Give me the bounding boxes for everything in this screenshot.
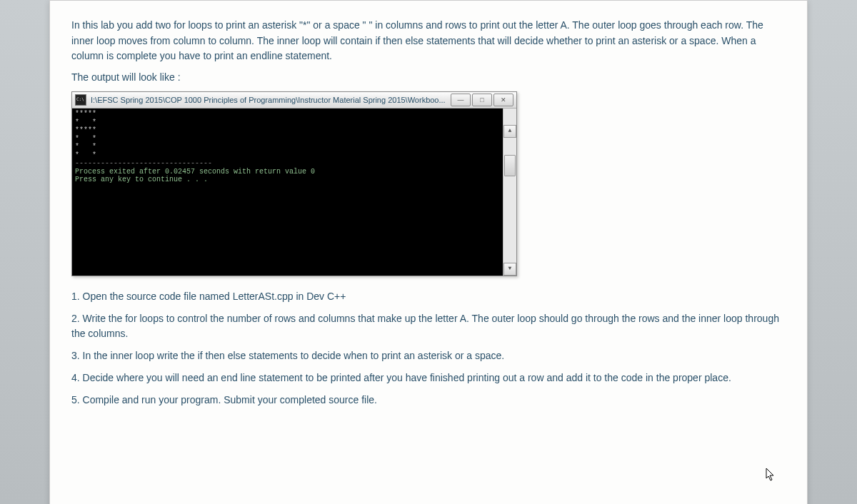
close-button[interactable]: ✕ <box>493 94 513 106</box>
output-exit-line: Process exited after 0.02457 seconds wit… <box>75 168 315 176</box>
intro-paragraph: In this lab you add two for loops to pri… <box>71 18 786 64</box>
document-sheet: In this lab you add two for loops to pri… <box>49 0 808 504</box>
cursor-icon <box>766 468 777 485</box>
output-divider: -------------------------------- <box>75 159 212 167</box>
window-titlebar[interactable]: I:\EFSC Spring 2015\COP 1000 Principles … <box>72 92 516 109</box>
window-title: I:\EFSC Spring 2015\COP 1000 Principles … <box>91 96 451 104</box>
step-3: 3. In the inner loop write the if then e… <box>71 348 786 363</box>
scroll-down-icon[interactable]: ▼ <box>503 263 516 276</box>
maximize-button[interactable]: □ <box>472 94 492 106</box>
console-output: ***** * * ***** * * * * * * ------------… <box>72 109 516 276</box>
window-controls: — □ ✕ <box>451 94 513 106</box>
step-1: 1. Open the source code file named Lette… <box>71 289 786 304</box>
minimize-button[interactable]: — <box>451 94 471 106</box>
console-icon <box>75 94 86 106</box>
step-5: 5. Compile and run your program. Submit … <box>71 393 786 408</box>
step-2: 2. Write the for loops to control the nu… <box>71 311 786 341</box>
output-pattern: ***** * * ***** * * * * * * <box>75 110 96 159</box>
instruction-list: 1. Open the source code file named Lette… <box>71 289 786 408</box>
scrollbar[interactable]: ▲ ▼ <box>503 109 516 276</box>
output-label: The output will look like : <box>71 71 786 83</box>
scroll-thumb[interactable] <box>504 155 516 176</box>
scroll-up-icon[interactable]: ▲ <box>503 125 516 138</box>
step-4: 4. Decide where you will need an end lin… <box>71 371 786 385</box>
output-continue-line: Press any key to continue . . . <box>75 176 208 183</box>
console-window: I:\EFSC Spring 2015\COP 1000 Principles … <box>71 91 517 276</box>
